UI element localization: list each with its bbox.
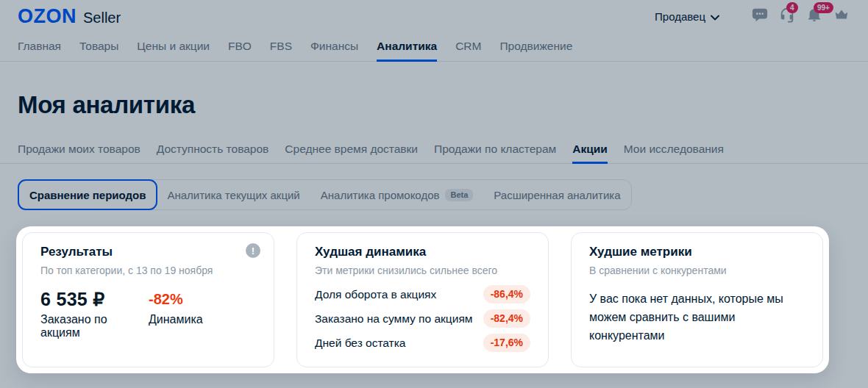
worst-metrics-card: Худшие метрики В сравнении с конкурентам… [571, 232, 823, 367]
card-title: Результаты [40, 245, 256, 259]
table-row: Дней без остатка -17,6% [315, 331, 530, 355]
dynamics-value: -82% [149, 288, 203, 310]
ordered-amount-label: Заказано по акциям [40, 313, 149, 340]
info-icon[interactable]: ! [246, 243, 260, 258]
results-metrics: 6 535 ₽ Заказано по акциям -82% Динамика [40, 288, 256, 340]
row-label: Доля оборота в акциях [315, 288, 436, 301]
no-data-message: У вас пока нет данных, которые мы можем … [589, 290, 805, 345]
dynamics-metric: -82% Динамика [149, 288, 203, 340]
negative-value-badge: -82,4% [483, 309, 530, 328]
ordered-amount-metric: 6 535 ₽ Заказано по акциям [40, 288, 149, 340]
results-card: Результаты ! По топ категории, с 13 по 1… [22, 232, 274, 367]
worst-dynamics-card: Худшая динамика Эти метрики снизились си… [296, 232, 549, 367]
row-label: Заказано на сумму по акциям [315, 312, 472, 326]
card-title: Худшая динамика [315, 245, 530, 259]
table-row: Доля оборота в акциях -86,4% [315, 282, 530, 306]
table-row: Заказано на сумму по акциям -82,4% [315, 306, 530, 331]
card-title: Худшие метрики [589, 245, 805, 259]
card-subtitle: По топ категории, с 13 по 19 ноября [40, 265, 256, 276]
worst-dynamics-rows: Доля оборота в акциях -86,4% Заказано на… [315, 282, 530, 355]
negative-value-badge: -86,4% [483, 285, 530, 303]
negative-value-badge: -17,6% [483, 334, 530, 352]
card-subtitle: В сравнении с конкурентами [589, 265, 805, 276]
row-label: Дней без остатка [315, 337, 405, 350]
promo-comparison-panel: Результаты ! По топ категории, с 13 по 1… [16, 226, 829, 373]
card-subtitle: Эти метрики снизились сильнее всего [315, 265, 530, 276]
dynamics-label: Динамика [149, 313, 203, 326]
ordered-amount-value: 6 535 ₽ [40, 288, 149, 310]
